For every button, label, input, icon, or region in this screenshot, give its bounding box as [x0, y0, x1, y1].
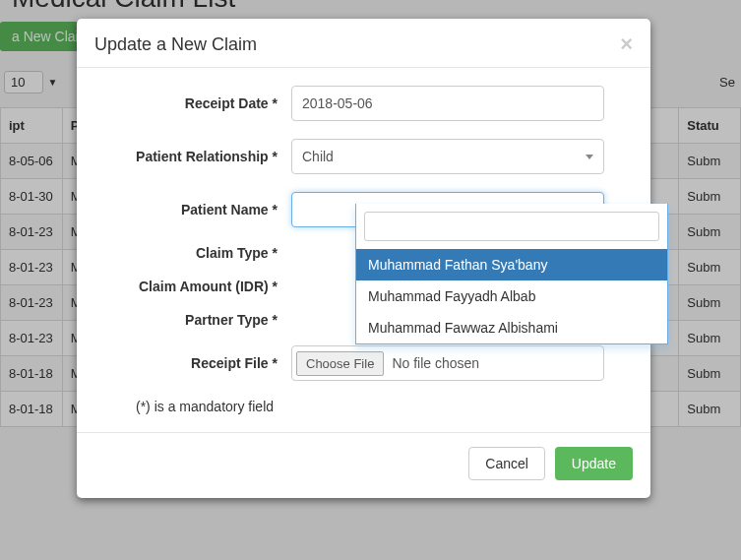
update-button[interactable]: Update — [555, 447, 633, 480]
receipt-file-label: Receipt File * — [96, 355, 291, 371]
partner-type-label: Partner Type * — [96, 312, 291, 328]
modal-header: Update a New Claim × — [77, 19, 650, 68]
dropdown-option[interactable]: Muhammad Fathan Sya'bany — [356, 249, 667, 280]
receipt-date-input[interactable] — [291, 86, 604, 121]
dropdown-search-input[interactable] — [364, 212, 659, 241]
modal-title: Update a New Claim — [94, 34, 257, 55]
patient-name-dropdown: Muhammad Fathan Sya'banyMuhammad Fayyadh… — [355, 204, 668, 344]
receipt-file-input[interactable]: Choose File No file chosen — [291, 345, 604, 381]
modal-footer: Cancel Update — [77, 432, 650, 498]
claim-amount-label: Claim Amount (IDR) * — [96, 279, 291, 294]
choose-file-button[interactable]: Choose File — [296, 351, 384, 376]
patient-relationship-value: Child — [302, 149, 334, 164]
cancel-button[interactable]: Cancel — [468, 447, 545, 480]
dropdown-option[interactable]: Muhammad Fayyadh Albab — [356, 280, 667, 312]
chevron-down-icon — [586, 155, 593, 159]
update-claim-modal: Update a New Claim × Receipt Date * Pati… — [77, 19, 650, 498]
patient-relationship-label: Patient Relationship * — [96, 149, 291, 164]
patient-relationship-select[interactable]: Child — [291, 139, 604, 174]
dropdown-search-wrap — [356, 204, 667, 249]
receipt-date-label: Receipt Date * — [96, 95, 291, 111]
close-icon[interactable]: × — [620, 33, 633, 55]
claim-type-label: Claim Type * — [96, 245, 291, 261]
file-chosen-text: No file chosen — [392, 355, 479, 371]
patient-name-label: Patient Name * — [96, 202, 291, 218]
mandatory-note: (*) is a mandatory field — [136, 399, 631, 414]
dropdown-option[interactable]: Muhammad Fawwaz Albishami — [356, 312, 667, 343]
